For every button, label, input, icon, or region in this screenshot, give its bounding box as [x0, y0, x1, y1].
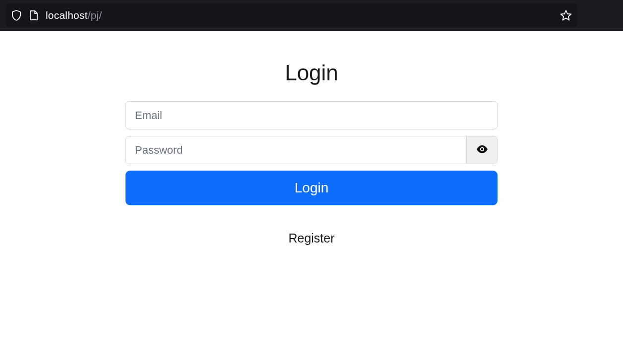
url-text[interactable]: localhost/pj/	[46, 9, 553, 21]
email-field[interactable]	[125, 101, 498, 129]
eye-icon	[476, 144, 489, 156]
url-bar[interactable]: localhost/pj/	[6, 3, 577, 27]
login-button[interactable]: Login	[125, 171, 498, 205]
url-host: localhost	[46, 9, 88, 21]
password-group	[125, 136, 498, 164]
page-icon	[29, 10, 39, 21]
login-form: Login	[125, 101, 498, 205]
bookmark-star-icon[interactable]	[560, 9, 572, 22]
toggle-password-visibility-button[interactable]	[466, 136, 497, 164]
password-field[interactable]	[126, 136, 466, 164]
register-link[interactable]: Register	[288, 231, 334, 245]
browser-address-bar: localhost/pj/	[0, 0, 623, 31]
page-content: Login Login Register	[0, 31, 623, 245]
page-title: Login	[285, 61, 338, 85]
svg-point-1	[481, 148, 483, 150]
shield-icon[interactable]	[11, 9, 22, 21]
url-path: /pj/	[88, 9, 102, 21]
